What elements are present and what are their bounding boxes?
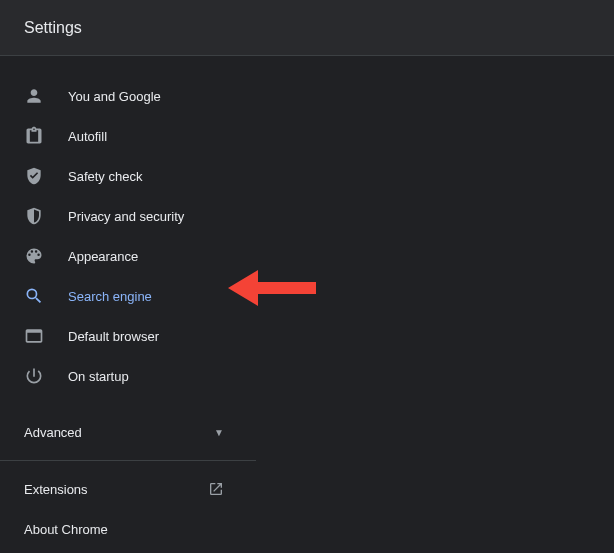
sidebar-item-about-chrome[interactable]: About Chrome bbox=[0, 509, 256, 549]
sidebar-item-safety-check[interactable]: Safety check bbox=[0, 156, 256, 196]
search-icon bbox=[24, 286, 44, 306]
sidebar-divider bbox=[0, 460, 256, 461]
sidebar-item-label: Safety check bbox=[68, 169, 142, 184]
sidebar-item-autofill[interactable]: Autofill bbox=[0, 116, 256, 156]
power-icon bbox=[24, 366, 44, 386]
chevron-down-icon: ▼ bbox=[214, 427, 224, 438]
sidebar-item-label: On startup bbox=[68, 369, 129, 384]
sidebar-item-appearance[interactable]: Appearance bbox=[0, 236, 256, 276]
sidebar-item-label: Search engine bbox=[68, 289, 152, 304]
settings-header: Settings bbox=[0, 0, 614, 56]
sidebar-item-search-engine[interactable]: Search engine bbox=[0, 276, 256, 316]
sidebar-item-label: Default browser bbox=[68, 329, 159, 344]
sidebar-item-label: Autofill bbox=[68, 129, 107, 144]
shield-icon bbox=[24, 206, 44, 226]
browser-icon bbox=[24, 326, 44, 346]
sidebar-item-label: Appearance bbox=[68, 249, 138, 264]
page-title: Settings bbox=[24, 19, 82, 37]
palette-icon bbox=[24, 246, 44, 266]
sidebar-item-label: You and Google bbox=[68, 89, 161, 104]
sidebar-item-default-browser[interactable]: Default browser bbox=[0, 316, 256, 356]
shield-check-icon bbox=[24, 166, 44, 186]
sidebar-item-extensions[interactable]: Extensions bbox=[0, 469, 256, 509]
sidebar-item-label: Privacy and security bbox=[68, 209, 184, 224]
extensions-label: Extensions bbox=[24, 482, 88, 497]
open-in-new-icon bbox=[208, 481, 224, 497]
settings-sidebar: You and Google Autofill Safety check Pri… bbox=[0, 56, 256, 549]
clipboard-icon bbox=[24, 126, 44, 146]
sidebar-item-on-startup[interactable]: On startup bbox=[0, 356, 256, 396]
sidebar-item-privacy[interactable]: Privacy and security bbox=[0, 196, 256, 236]
sidebar-advanced-toggle[interactable]: Advanced ▼ bbox=[0, 412, 256, 452]
about-chrome-label: About Chrome bbox=[24, 522, 108, 537]
person-icon bbox=[24, 86, 44, 106]
advanced-label: Advanced bbox=[24, 425, 82, 440]
sidebar-item-you-and-google[interactable]: You and Google bbox=[0, 76, 256, 116]
